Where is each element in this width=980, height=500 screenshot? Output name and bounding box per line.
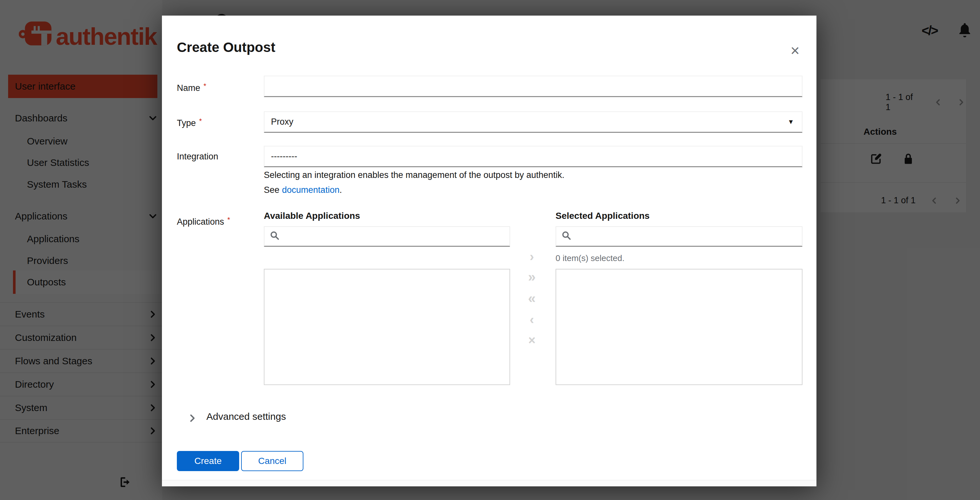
create-outpost-modal: Create Outpost × Name* Type* Proxy ▼ Int… [162,16,816,486]
move-all-right-icon[interactable]: » [525,270,539,284]
required-marker: * [228,216,231,224]
selected-search[interactable] [555,226,802,247]
type-select-value: Proxy [271,117,293,127]
applications-label: Applications* [177,216,230,227]
advanced-settings-toggle[interactable]: Advanced settings [206,411,286,422]
selected-applications-list[interactable] [555,269,802,385]
chevron-right-icon[interactable] [188,414,197,423]
documentation-link[interactable]: documentation [282,185,339,195]
selected-applications-title: Selected Applications [555,211,650,221]
integration-help-doc: Seedocumentation. [264,185,342,195]
screen: authentik User interface Dashboards Over… [0,0,980,500]
close-icon[interactable]: × [791,43,800,59]
modal-footer [162,480,816,486]
integration-help-text: Selecting an integration enables the man… [264,170,564,180]
move-selected-left-icon[interactable]: ‹ [525,312,539,326]
available-search[interactable] [264,226,510,247]
select-caret-icon: ▼ [788,118,794,126]
move-selected-right-icon[interactable]: › [525,249,539,264]
available-applications-list[interactable] [264,269,510,385]
selected-count-status: 0 item(s) selected. [555,253,624,263]
name-field[interactable] [264,76,802,97]
search-icon [270,231,280,242]
integration-select[interactable]: --------- [264,146,802,167]
type-label: Type* [177,117,202,128]
integration-select-value: --------- [271,151,297,161]
search-icon [562,231,572,242]
integration-label: Integration [177,151,218,162]
modal-title: Create Outpost [177,40,275,55]
type-select[interactable]: Proxy ▼ [264,111,802,133]
move-all-left-icon[interactable]: « [525,291,539,306]
required-marker: * [199,117,202,125]
name-label: Name* [177,82,206,93]
create-button[interactable]: Create [177,451,239,471]
required-marker: * [204,82,206,90]
available-search-input[interactable] [285,228,504,245]
available-applications-title: Available Applications [264,211,360,221]
selected-search-input[interactable] [576,228,797,245]
clear-selection-icon[interactable]: × [525,333,539,347]
cancel-button[interactable]: Cancel [241,451,304,471]
